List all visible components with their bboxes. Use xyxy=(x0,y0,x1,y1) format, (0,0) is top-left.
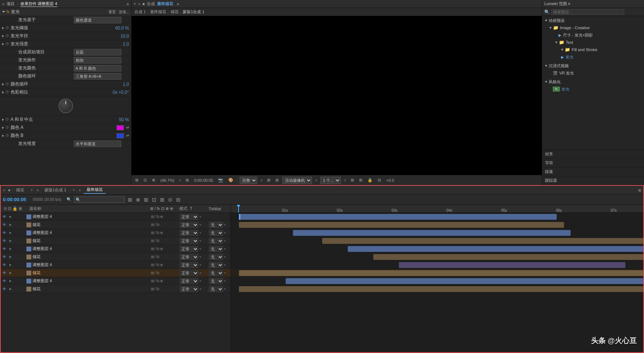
animation-presets-header[interactable]: 动画预设 xyxy=(542,17,644,24)
visibility-toggle[interactable]: 👁 xyxy=(2,223,7,227)
track-row[interactable] xyxy=(231,213,643,221)
layer-expand-icon[interactable] xyxy=(9,280,11,282)
layer-circle-icon[interactable]: ⊕ xyxy=(160,247,163,251)
intensity-stopwatch-icon[interactable]: ⏱ xyxy=(5,42,9,46)
layer-solo-icon[interactable]: ⊞ xyxy=(151,247,154,251)
layer-expand-icon[interactable] xyxy=(9,216,11,218)
color-a-swap-icon[interactable]: ⇄ xyxy=(126,126,129,130)
offset-display[interactable]: +0.0 xyxy=(385,178,396,183)
visibility-toggle[interactable]: 👁 xyxy=(2,215,7,219)
layer-mode-select[interactable]: 正常 xyxy=(179,270,198,276)
phase-knob[interactable] xyxy=(58,99,73,113)
timeline-timecode[interactable]: 0:00:00:05 xyxy=(3,197,26,202)
tab-final-fireworks[interactable]: 最终烟花 xyxy=(84,186,106,194)
color-a-expand-icon[interactable] xyxy=(2,127,4,129)
layer-mode-select[interactable]: 正常 xyxy=(179,286,198,292)
track-row-selected[interactable] xyxy=(231,269,643,277)
text-folder[interactable]: 📁 Text xyxy=(542,39,644,46)
layer-color-swatch[interactable] xyxy=(26,230,31,235)
tl-tool3[interactable]: ⊞ xyxy=(143,197,149,203)
trkmat-select[interactable]: 无 xyxy=(209,230,223,236)
layer-mode-select[interactable]: 正常 xyxy=(179,238,198,244)
layer-circle-icon[interactable]: ⊕ xyxy=(160,215,163,219)
track-row[interactable] xyxy=(231,245,643,253)
color-phase-value[interactable]: 0x +0.0° xyxy=(113,90,129,95)
reset-icon[interactable]: ⊞ xyxy=(358,177,364,183)
layer-mode-select[interactable]: 正常 xyxy=(179,254,198,260)
layer-circle-icon[interactable]: ⊕ xyxy=(160,279,163,283)
cycle-value-stopwatch-icon[interactable]: ⏱ xyxy=(5,82,9,86)
glow-intensity-value[interactable]: 2.0 xyxy=(123,42,129,47)
layer-fx-label[interactable]: / fx xyxy=(155,215,159,219)
track-row[interactable] xyxy=(231,277,643,285)
layer-color-swatch[interactable] xyxy=(26,254,31,260)
comp-grid-icon[interactable]: ⊡ xyxy=(142,177,148,183)
threshold-expand-icon[interactable] xyxy=(2,27,4,29)
layer-solo-icon[interactable]: ⊞ xyxy=(151,239,154,243)
options-button[interactable]: 选项... xyxy=(119,9,129,15)
layer-mode-select[interactable]: 正常 xyxy=(179,230,198,236)
color-b-swatch[interactable] xyxy=(117,133,124,138)
size-glow-shadow-file[interactable]: ▶ 尺寸 - 发光+阴影 xyxy=(542,31,644,39)
trkmat-select[interactable]: 无 xyxy=(209,222,223,228)
timeline-menu-icon[interactable]: ≡ xyxy=(638,187,641,193)
align-section[interactable]: 对齐 xyxy=(542,150,644,159)
lumetri-tab-label[interactable]: Lumetri 范围 ≡ xyxy=(544,1,570,7)
layer-color-swatch[interactable] xyxy=(26,238,31,243)
view-icon[interactable]: ⊞ xyxy=(266,177,272,183)
layer-expand-icon[interactable] xyxy=(9,240,11,242)
comp-close-icon[interactable]: × xyxy=(134,2,136,6)
comp-tab-synthesis[interactable]: 合成 xyxy=(147,1,155,7)
track-row[interactable] xyxy=(231,237,643,245)
layer-circle-icon[interactable]: ⊕ xyxy=(160,263,163,267)
layer-expand-icon[interactable] xyxy=(9,264,11,266)
close-icon[interactable]: × xyxy=(2,2,4,6)
layer-solo-icon[interactable]: ⊞ xyxy=(151,279,154,283)
layer-solo-icon[interactable]: ⊞ xyxy=(151,255,154,259)
presets-search-input[interactable] xyxy=(551,9,624,15)
layer-mode-select[interactable]: 正常 xyxy=(179,246,198,252)
timeline-search-input[interactable] xyxy=(74,196,125,203)
comp-menu-icon[interactable]: ≡ xyxy=(177,2,179,6)
layer-solo-icon[interactable]: ⊞ xyxy=(151,287,154,291)
trkmat-select[interactable]: 无 xyxy=(209,246,223,252)
track-row[interactable] xyxy=(231,221,643,229)
layer-fx-label[interactable]: / fx xyxy=(155,231,159,235)
tracker-section[interactable]: 跟踪器 xyxy=(542,176,644,185)
panel-tab-effects[interactable]: 效果控件 调整图层 4 xyxy=(20,1,57,7)
tl-tool2[interactable]: ⊕ xyxy=(135,197,141,203)
reset-button[interactable]: 重置 xyxy=(108,9,116,15)
panel-tab-project[interactable]: 项目 xyxy=(7,1,15,7)
tl-tool5[interactable]: ⊞ xyxy=(159,197,165,203)
visibility-toggle[interactable]: 👁 xyxy=(2,279,7,283)
layer-solo-icon[interactable]: ⊞ xyxy=(151,263,154,267)
layer-solo-icon[interactable]: ⊞ xyxy=(151,215,154,219)
color-a-swatch[interactable] xyxy=(117,125,124,130)
layer-solo-icon[interactable]: ⊞ xyxy=(151,231,154,235)
view-icon2[interactable]: ⊞ xyxy=(274,177,280,183)
composite-original-select[interactable]: 后面 xyxy=(74,49,121,55)
resize-icon[interactable]: ⊞ xyxy=(184,177,190,183)
layer-color-swatch[interactable] xyxy=(26,270,31,276)
layer-fx-label[interactable]: / fx xyxy=(155,255,159,259)
layer-expand-icon[interactable] xyxy=(9,272,11,274)
trkmat-select[interactable]: 无 xyxy=(209,238,223,244)
stylize-glow-row[interactable]: fx 发光 xyxy=(542,85,644,93)
color-cycle-value[interactable]: 1.0 xyxy=(123,82,129,87)
timecode-display[interactable]: 0:00:00:05 xyxy=(193,178,214,183)
layer-solo-icon[interactable]: ⊞ xyxy=(151,223,154,227)
color-b-swap-icon[interactable]: ⇄ xyxy=(126,134,129,138)
visibility-toggle[interactable]: 👁 xyxy=(2,247,7,251)
layer-fx-label[interactable]: / fx xyxy=(155,271,159,275)
layer-circle-icon[interactable]: ⊕ xyxy=(160,231,163,235)
threshold-stopwatch-icon[interactable]: ⏱ xyxy=(5,26,9,30)
snap-icon[interactable]: ⊞ xyxy=(349,177,355,183)
intensity-expand-icon[interactable] xyxy=(2,43,4,45)
layer-mode-select[interactable]: 正常 xyxy=(179,262,198,268)
glow-preset-file[interactable]: ▶ 发光 xyxy=(542,53,644,61)
midpoint-expand-icon[interactable] xyxy=(2,119,4,121)
glow-color-select[interactable]: A 和 B 颜色 xyxy=(74,65,121,72)
composition-preview[interactable] xyxy=(132,16,542,175)
color-cycle-select[interactable]: 三角形 A>B>A xyxy=(74,73,121,80)
tab-fireworks[interactable]: 烟花 xyxy=(13,187,27,193)
